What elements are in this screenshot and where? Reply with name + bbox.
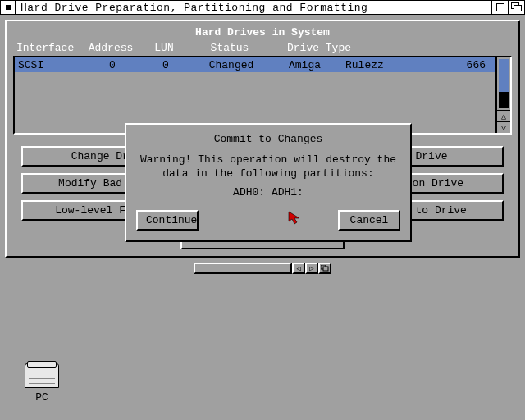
- cancel-button[interactable]: Cancel: [338, 210, 400, 231]
- depth-gadget[interactable]: [508, 1, 524, 14]
- drive-list-headers: Interface Address LUN Status Drive Type: [13, 42, 512, 56]
- window-titlebar: Hard Drive Preparation, Partitioning and…: [0, 0, 525, 15]
- cell-lun: 0: [141, 59, 190, 71]
- harddisk-icon: [25, 363, 59, 388]
- dialog-warning-text: Warning! This operation will destroy the…: [136, 153, 400, 181]
- screen-depth-slider: ◁ ▷: [5, 262, 520, 274]
- col-header-interface: Interface: [16, 42, 82, 54]
- cell-status: Changed: [190, 59, 272, 71]
- vertical-scrollbar[interactable]: △ ▽: [495, 57, 510, 133]
- close-gadget[interactable]: [1, 1, 16, 14]
- continue-button[interactable]: Continue: [136, 210, 199, 231]
- scroll-right-icon[interactable]: ▷: [305, 262, 318, 274]
- dialog-partition-list: ADH0: ADH1:: [136, 186, 400, 199]
- window-title: Hard Drive Preparation, Partitioning and…: [16, 2, 491, 14]
- col-header-lun: LUN: [139, 42, 189, 54]
- col-header-status: Status: [189, 42, 271, 54]
- dialog-title: Commit to Changes: [136, 133, 400, 145]
- pc-disk-icon[interactable]: PC: [25, 363, 59, 404]
- col-header-drive-type: Drive Type: [271, 42, 509, 54]
- drive-row[interactable]: SCSI 0 0 Changed Amiga Rulezz 666: [15, 57, 495, 72]
- commit-changes-dialog: Commit to Changes Warning! This operatio…: [125, 123, 412, 242]
- drive-list-title: Hard Drives in System: [13, 26, 512, 39]
- cell-type: Amiga Rulezz: [272, 59, 443, 71]
- cell-interface: SCSI: [18, 59, 84, 71]
- pc-disk-label: PC: [25, 391, 59, 404]
- zoom-gadget[interactable]: [491, 1, 508, 14]
- scroll-up-icon[interactable]: △: [497, 110, 510, 121]
- cell-num: 666: [443, 59, 492, 71]
- main-window: Hard Drives in System Interface Address …: [5, 20, 520, 258]
- cell-address: 0: [84, 59, 141, 71]
- scroll-down-icon[interactable]: ▽: [497, 121, 510, 133]
- scrollbar-thumb[interactable]: [499, 59, 509, 92]
- horizontal-scroll-track[interactable]: [194, 262, 292, 274]
- scrollbar-track[interactable]: [499, 59, 509, 108]
- svg-rect-1: [323, 267, 328, 271]
- screen-depth-gadget[interactable]: [318, 262, 331, 274]
- col-header-address: Address: [82, 42, 139, 54]
- scroll-left-icon[interactable]: ◁: [292, 262, 305, 274]
